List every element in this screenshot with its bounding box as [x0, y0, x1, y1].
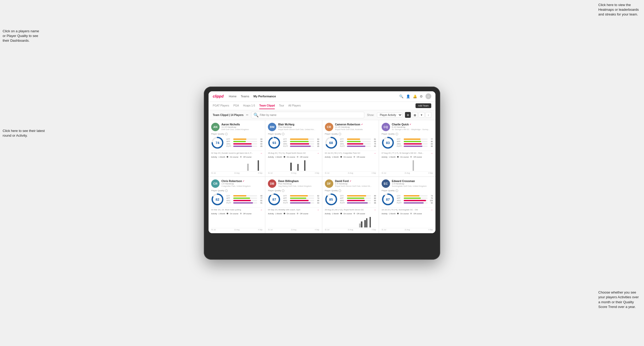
player-header: EC Edward Crossman 1-5 Handicap Sunningd… — [382, 179, 433, 188]
nav-link-teams[interactable]: Teams — [241, 94, 249, 99]
donut-chart[interactable]: 83 — [382, 136, 394, 149]
player-handicap: 11-15 Handicap — [335, 126, 376, 128]
player-card[interactable]: CR Cameron Robertson ✓ 11-15 Handicap Ro… — [322, 120, 379, 177]
tab-all-players[interactable]: All Players — [288, 103, 301, 109]
donut-chart[interactable]: 85 — [325, 193, 337, 206]
player-name[interactable]: Charlie Quick ✓ — [392, 123, 433, 126]
off-course-label: Off course — [243, 156, 252, 158]
nav-link-performance[interactable]: My Performance — [253, 94, 276, 99]
donut-chart[interactable]: 87 — [382, 193, 394, 206]
on-course-label: On course — [344, 156, 352, 158]
on-course-dot — [340, 156, 342, 158]
quality-section: 68 OTT 61 APP 63 ARG 75 PUTT — [325, 136, 376, 149]
tab-team-clippd[interactable]: Team Clippd — [259, 103, 275, 109]
nav-bar: clippd Home Teams My Performance 🔍 👤 🔔 ⚙… — [209, 91, 435, 102]
info-icon[interactable]: i — [225, 133, 228, 135]
latest-round[interactable]: 07 Aug 23 | 77 (+7), St George's Hill GC… — [382, 151, 433, 155]
activity-label: Activity · 1 Month — [268, 213, 282, 215]
player-header: DF David Ford ✓ 1-5 Handicap Royal North… — [325, 179, 376, 188]
player-card[interactable]: BM Blair McHarg Plus Handicap Royal Nort… — [265, 120, 322, 177]
latest-round[interactable]: 26 Aug 23 | 73 (+1), Royal North Devon G… — [268, 151, 319, 155]
off-course-dot — [410, 213, 412, 214]
activity-header: Activity · 1 Month On course Off course — [211, 156, 262, 158]
view-filter[interactable]: ▼ — [419, 112, 424, 118]
player-name[interactable]: Blair McHarg — [278, 123, 319, 126]
activity-header: Activity · 1 Month On course Off course — [382, 156, 433, 158]
search-box[interactable]: 🔍 — [251, 112, 364, 118]
avatar[interactable]: U — [425, 93, 431, 99]
donut-chart[interactable]: 68 — [325, 136, 337, 149]
nav-link-home[interactable]: Home — [229, 94, 236, 99]
player-name[interactable]: Cameron Robertson ✓ — [335, 123, 376, 126]
player-card[interactable]: CQ Charlie Quick ✓ 6-10 Handicap St. Geo… — [379, 120, 435, 177]
donut-chart[interactable]: 74 — [211, 136, 224, 149]
tab-hcaps[interactable]: Hcaps 1-5 — [243, 103, 255, 109]
player-name[interactable]: Dave Billingham — [278, 180, 319, 183]
latest-round-text: 04 Sep 23 | Mobility with coach, Gym — [268, 209, 316, 211]
verified-badge: ✓ — [243, 180, 245, 182]
player-card[interactable]: DB Dave Billingham Plus Handicap Sag Mai… — [265, 177, 322, 233]
off-course-label: Off course — [243, 213, 252, 215]
player-card[interactable]: DF David Ford ✓ 1-5 Handicap Royal North… — [322, 177, 379, 233]
edit-icon[interactable]: ✏ — [246, 113, 248, 117]
player-grid: AN Aaron Nicholls 11-15 Handicap Drift G… — [209, 120, 435, 233]
show-select[interactable]: Player Activity — [377, 113, 402, 118]
tab-pga[interactable]: PGA — [233, 103, 239, 109]
player-name[interactable]: David Ford ✓ — [335, 180, 376, 183]
info-icon[interactable]: i — [396, 189, 398, 192]
tab-pgat[interactable]: PGAT Players — [213, 103, 229, 109]
latest-round[interactable]: 04 Sep 23 | Mobility with coach, Gym → — [268, 207, 319, 211]
date-end: 4 Sep — [315, 229, 319, 231]
info-icon[interactable]: i — [282, 189, 284, 192]
info-icon[interactable]: i — [396, 133, 398, 135]
info-icon[interactable]: i — [282, 133, 284, 135]
player-info: Chris Robertson ✓ 1-5 Handicap Craigmill… — [221, 180, 262, 187]
latest-round[interactable]: 18 Jul 23 | 74 (+4), Sunningdale GC - Ol… — [382, 207, 433, 211]
callout-top-right: Click here to view theHeatmaps or leader… — [598, 3, 639, 17]
callout-left-bottom: Click here to see their latestround or A… — [3, 129, 45, 138]
add-team-button[interactable]: Add Team — [416, 103, 431, 108]
chart-dates: 31 Jul 21 Aug 4 Sep — [382, 229, 433, 231]
player-card[interactable]: CR Chris Robertson ✓ 1-5 Handicap Craigm… — [209, 177, 265, 233]
player-info: David Ford ✓ 1-5 Handicap Royal North De… — [335, 180, 376, 187]
player-card[interactable]: AN Aaron Nicholls 11-15 Handicap Drift G… — [209, 120, 265, 177]
activity-chart — [211, 159, 262, 172]
player-club: Royal North Devon Golf Club, United Kin.… — [278, 128, 319, 131]
stats-grid: OTT 77 APP 80 ARG 83 PUTT 86 — [397, 138, 433, 147]
quality-section: 74 OTT 60 APP 58 ARG 84 PUTT — [211, 136, 262, 149]
player-name[interactable]: Edward Crossman — [392, 180, 433, 183]
stats-grid: OTT 60 APP 77 ARG 81 PUTT 91 — [226, 195, 262, 204]
view-grid-small[interactable]: ▦ — [412, 112, 418, 118]
player-name[interactable]: Chris Robertson ✓ — [221, 180, 262, 183]
date-mid: 21 Aug — [348, 172, 353, 174]
latest-round[interactable]: 02 Sep 23 | Sunder round to get back int… — [211, 151, 262, 155]
bell-icon[interactable]: 🔔 — [413, 94, 417, 98]
search-input[interactable] — [260, 114, 291, 116]
date-mid: 21 Aug — [348, 229, 353, 231]
latest-round[interactable]: 26 Aug 23 | 84 (+12), Royal North Devon … — [325, 207, 376, 211]
player-header: DB Dave Billingham Plus Handicap Sag Mai… — [268, 179, 319, 188]
latest-round-text: 07 Aug 23 | 77 (+7), St George's Hill GC… — [382, 152, 429, 154]
donut-chart[interactable]: 82 — [211, 193, 224, 206]
view-grid-large[interactable]: ⊞ — [405, 112, 411, 118]
info-icon[interactable]: i — [339, 189, 341, 192]
player-name[interactable]: Aaron Nicholls — [221, 123, 262, 126]
latest-round[interactable]: 02 Jul 23 | 59 (+17), Craigmillar Park G… — [325, 151, 376, 155]
latest-round[interactable]: 03 Mar 23 | 19, Must make putting → — [211, 207, 262, 211]
tab-tour[interactable]: Tour — [279, 103, 284, 109]
info-icon[interactable]: i — [225, 189, 228, 192]
player-card[interactable]: EC Edward Crossman 1-5 Handicap Sunningd… — [379, 177, 435, 233]
settings-icon[interactable]: ⚙ — [420, 94, 423, 98]
off-course-dot — [240, 156, 242, 158]
view-sort[interactable]: ↕ — [425, 112, 431, 118]
donut-chart[interactable]: 93 — [268, 136, 281, 149]
info-icon[interactable]: i — [339, 133, 341, 135]
activity-section: Activity · 1 Month On course Off course … — [325, 213, 376, 231]
donut-score: 68 — [329, 141, 333, 145]
search-icon[interactable]: 🔍 — [399, 94, 403, 98]
ipad-frame: clippd Home Teams My Performance 🔍 👤 🔔 ⚙… — [204, 87, 440, 260]
donut-chart[interactable]: 87 — [268, 193, 281, 206]
round-arrow-icon: → — [260, 152, 262, 155]
quality-section: 82 OTT 60 APP 77 ARG 81 PUTT — [211, 193, 262, 206]
user-icon[interactable]: 👤 — [406, 94, 410, 98]
